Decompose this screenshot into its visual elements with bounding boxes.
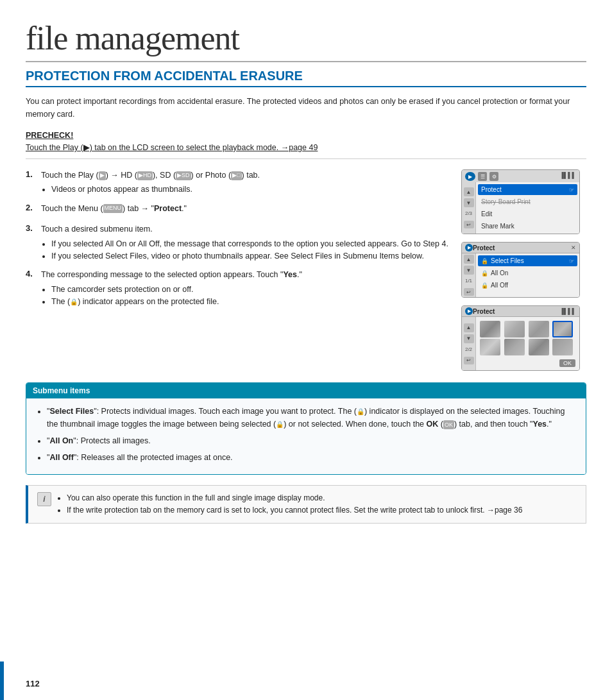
select-files-label: Select Files: [491, 257, 524, 264]
thumb-8[interactable]: [552, 339, 573, 355]
close-x-icon[interactable]: ✕: [571, 244, 576, 251]
hd-icon: ▶HD: [137, 171, 153, 180]
step-3-content: Touch a desired submenu item. If you sel…: [41, 223, 448, 262]
step-4-content: The corresponding message to the selecte…: [41, 269, 448, 308]
step-4-bullet-1: The camcorder sets protection on or off.: [51, 284, 448, 296]
step-1-content: Touch the Play (▶) → HD (▶HD), SD (▶SD) …: [41, 169, 448, 196]
precheck-text: Touch the Play (▶) tab on the LCD screen…: [26, 142, 586, 159]
step-4: 4. The corresponding message to the sele…: [26, 269, 448, 308]
step-4-number: 4.: [26, 269, 37, 308]
grid-icon: ☰: [478, 172, 487, 181]
device-panel-2: ▶ Protect ✕ ▲ ▼ 1/1 ↩ 🔒 Select Files ☞: [461, 242, 580, 298]
menu-item-all-off[interactable]: 🔒 All Off: [478, 280, 577, 291]
submenu-body: "Select Files": Protects individual imag…: [26, 398, 586, 474]
step-2-text: Touch the Menu (MENU) tab → "Protect.": [41, 203, 448, 215]
intro-text: You can protect important recordings fro…: [26, 95, 586, 121]
thumb-6[interactable]: [504, 339, 525, 355]
storyboard-label: Story-Board Print: [481, 198, 531, 205]
menu-item-protect[interactable]: Protect ☞: [478, 184, 577, 195]
all-on-bold: All On: [49, 436, 73, 445]
precheck-label: PRECHECK!: [26, 131, 586, 140]
thumb-4[interactable]: [552, 321, 573, 337]
back-button-2[interactable]: ↩: [464, 288, 474, 296]
blue-bar-decoration: [0, 662, 4, 700]
panel2-nav: ▲ ▼ 1/1 ↩: [462, 253, 476, 297]
step-3-text: Touch a desired submenu item.: [41, 223, 448, 235]
menu-item-all-on[interactable]: 🔒 All On: [478, 268, 577, 278]
note-content: You can also operate this function in th…: [58, 492, 522, 516]
select-files-bold: Select Files: [49, 407, 94, 416]
thumb-3[interactable]: [529, 321, 549, 337]
panel1-counter: 2/3: [465, 210, 472, 216]
device-panel-1: ▶ ☰ ⚙ ▐▌▌▌ ▲ ▼ 2/3 ↩ Protect ☞: [461, 169, 580, 234]
note-box: i You can also operate this function in …: [26, 485, 586, 524]
back-button-3[interactable]: ↩: [464, 357, 474, 364]
step-1: 1. Touch the Play (▶) → HD (▶HD), SD (▶S…: [26, 169, 448, 196]
step-1-number: 1.: [26, 169, 37, 196]
down-arrow-2[interactable]: ▼: [464, 266, 474, 275]
section-heading: PROTECTION FROM ACCIDENTAL ERASURE: [26, 69, 586, 87]
thumb-2[interactable]: [504, 321, 525, 337]
menu-item-edit[interactable]: Edit: [478, 209, 577, 219]
sd-icon: ▶SD: [176, 171, 191, 180]
thumb-7[interactable]: [529, 339, 549, 355]
battery-icon: ▐▌▌▌: [559, 172, 576, 181]
menu-icon: MENU: [103, 204, 123, 213]
step-4-bullet-2: The (🔒) indicator appears on the protect…: [51, 296, 448, 308]
settings-icon: ⚙: [489, 172, 498, 181]
panel3-body: ▲ ▼ 2/2 ↩: [462, 317, 579, 370]
note-bullet-2: If the write protection tab on the memor…: [67, 504, 522, 516]
main-content: 1. Touch the Play (▶) → HD (▶HD), SD (▶S…: [26, 169, 586, 371]
up-arrow-3[interactable]: ▲: [464, 323, 474, 332]
page-title: file management: [26, 19, 586, 62]
protect-title-label: Protect: [473, 244, 495, 252]
step-2-content: Touch the Menu (MENU) tab → "Protect.": [41, 203, 448, 217]
edit-label: Edit: [481, 210, 492, 218]
sharemark-label: Share Mark: [481, 223, 514, 230]
note-icon: i: [37, 492, 51, 506]
note-bullet-1: You can also operate this function in th…: [67, 492, 522, 504]
panel2-menu-items: 🔒 Select Files ☞ 🔒 All On 🔒 All Off: [476, 253, 579, 297]
left-column: 1. Touch the Play (▶) → HD (▶HD), SD (▶S…: [26, 169, 448, 371]
down-arrow[interactable]: ▼: [464, 198, 474, 207]
step-3: 3. Touch a desired submenu item. If you …: [26, 223, 448, 262]
up-arrow[interactable]: ▲: [464, 187, 474, 196]
step-1-bullet-1: Videos or photos appear as thumbnails.: [51, 184, 448, 196]
step-3-bullet-2: If you selected Select Files, video or p…: [51, 250, 448, 262]
battery-icon-3: ▐▌▌▌: [559, 308, 576, 314]
back-button-1[interactable]: ↩: [464, 221, 474, 228]
device-panel-3: ▶ Protect ▐▌▌▌ ▲ ▼ 2/2 ↩: [461, 305, 580, 371]
protect-play-icon-3: ▶: [465, 307, 473, 315]
panel3-counter: 2/2: [465, 346, 472, 352]
submenu-item-3: "All Off": Releases all the protected im…: [47, 451, 575, 464]
submenu-title-bar: Submenu items: [26, 383, 586, 398]
panel1-body: ▲ ▼ 2/3 ↩ Protect ☞ Story-Board Print Ed…: [462, 182, 579, 234]
all-off-bold: All Off: [49, 453, 74, 462]
step-2: 2. Touch the Menu (MENU) tab → "Protect.…: [26, 203, 448, 217]
down-arrow-3[interactable]: ▼: [464, 334, 474, 343]
protect-play-icon: ▶: [465, 244, 473, 252]
all-on-label: All On: [491, 269, 508, 277]
panel3-nav: ▲ ▼ 2/2 ↩: [462, 317, 476, 370]
thumb-1[interactable]: [480, 321, 500, 337]
step-1-text: Touch the Play (▶) → HD (▶HD), SD (▶SD) …: [41, 169, 448, 182]
menu-item-storyboard[interactable]: Story-Board Print: [478, 196, 577, 207]
panel2-counter: 1/1: [465, 278, 472, 284]
lock-all-on-icon: 🔒: [481, 270, 488, 277]
menu-item-sharemark[interactable]: Share Mark: [478, 221, 577, 232]
submenu-item-1: "Select Files": Protects individual imag…: [47, 405, 575, 431]
step-4-text: The corresponding message to the selecte…: [41, 269, 448, 281]
submenu-box: Submenu items "Select Files": Protects i…: [26, 382, 586, 475]
menu-item-select-files[interactable]: 🔒 Select Files ☞: [478, 255, 577, 266]
panel2-body: ▲ ▼ 1/1 ↩ 🔒 Select Files ☞ 🔒 All On: [462, 253, 579, 297]
lock-select-icon: 🔒: [481, 258, 488, 264]
panel1-menu-items: Protect ☞ Story-Board Print Edit Share M…: [476, 182, 579, 234]
step-3-number: 3.: [26, 223, 37, 262]
protect-title-label-3: Protect: [473, 308, 495, 315]
ok-inline-icon: OK: [443, 420, 454, 429]
up-arrow-2[interactable]: ▲: [464, 255, 474, 264]
page-number: 112: [26, 679, 40, 688]
thumb-5[interactable]: [480, 339, 500, 355]
ok-button[interactable]: OK: [559, 359, 575, 367]
steps-list: 1. Touch the Play (▶) → HD (▶HD), SD (▶S…: [26, 169, 448, 308]
